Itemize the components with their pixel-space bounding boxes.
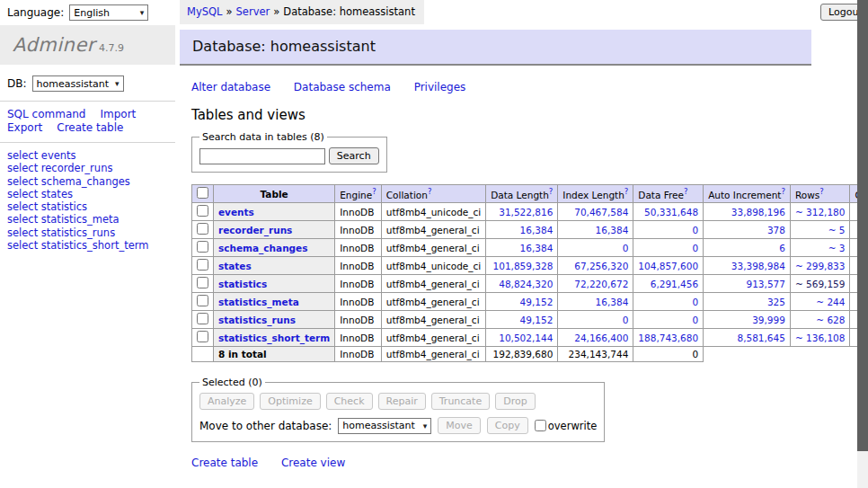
help-link[interactable]: ? xyxy=(781,187,785,196)
data-free-link[interactable]: 188,743,680 xyxy=(638,333,698,343)
index-length-link[interactable]: 16,384 xyxy=(596,297,629,307)
breadcrumb-server-link[interactable]: Server xyxy=(236,5,270,18)
data-length-link[interactable]: 49,152 xyxy=(520,297,554,307)
data-free-link[interactable]: 50,331,648 xyxy=(644,207,698,217)
table-name-link[interactable]: statistics xyxy=(218,279,267,289)
privileges-link[interactable]: Privileges xyxy=(414,81,466,93)
data-length-link[interactable]: 31,522,816 xyxy=(499,207,553,217)
index-length-link[interactable]: 16,384 xyxy=(596,225,629,235)
help-link[interactable]: ? xyxy=(684,187,688,196)
row-checkbox[interactable] xyxy=(197,223,208,235)
auto-increment-link[interactable]: 378 xyxy=(767,225,785,235)
auto-increment-link[interactable]: 913,577 xyxy=(747,279,785,289)
help-link[interactable]: ? xyxy=(549,187,554,196)
index-length-link[interactable]: 72,220,672 xyxy=(574,279,628,289)
rows-count-link[interactable]: ~ 3 xyxy=(828,243,846,253)
data-free-link[interactable]: 0 xyxy=(692,225,698,235)
table-name-link[interactable]: events xyxy=(218,207,254,217)
auto-increment-link[interactable]: 325 xyxy=(767,297,785,307)
row-checkbox[interactable] xyxy=(197,241,208,253)
row-checkbox[interactable] xyxy=(197,313,208,324)
help-link[interactable]: ? xyxy=(624,187,629,196)
sidebar-select-link[interactable]: select states xyxy=(7,188,73,200)
index-length-link[interactable]: 24,166,400 xyxy=(574,333,628,343)
data-free-link[interactable]: 6,291,456 xyxy=(651,279,698,289)
scrollbar-thumb[interactable] xyxy=(857,0,868,451)
search-input[interactable] xyxy=(199,148,325,164)
drop-button[interactable]: Drop xyxy=(495,393,535,410)
import-link[interactable]: Import xyxy=(100,108,136,120)
sidebar-select-link[interactable]: select statistics_short_term xyxy=(7,239,148,252)
sidebar-select-link[interactable]: select schema_changes xyxy=(7,175,130,188)
auto-increment-link[interactable]: 6 xyxy=(779,243,785,253)
rows-count-link[interactable]: ~ 628 xyxy=(816,315,845,325)
rows-count-link[interactable]: ~ 569,159 xyxy=(795,279,846,289)
data-free-link[interactable]: 104,857,600 xyxy=(638,261,698,271)
optimize-button[interactable]: Optimize xyxy=(260,393,320,410)
alter-database-link[interactable]: Alter database xyxy=(191,81,270,93)
data-free-link[interactable]: 0 xyxy=(692,243,698,253)
sidebar-select-link[interactable]: select statistics xyxy=(7,200,87,213)
auto-increment-link[interactable]: 39,999 xyxy=(752,315,785,325)
data-length-link[interactable]: 48,824,320 xyxy=(499,279,553,289)
auto-increment-link[interactable]: 33,898,196 xyxy=(731,207,785,217)
data-length-link[interactable]: 10,502,144 xyxy=(499,333,553,343)
table-name-link[interactable]: states xyxy=(218,261,252,271)
table-name-link[interactable]: statistics_short_term xyxy=(218,333,330,343)
index-length-link[interactable]: 67,256,320 xyxy=(574,261,628,271)
sidebar-select-link[interactable]: select statistics_runs xyxy=(7,226,115,239)
data-free-link[interactable]: 0 xyxy=(692,297,698,307)
row-checkbox[interactable] xyxy=(197,331,208,342)
rows-count-link[interactable]: ~ 136,108 xyxy=(795,333,846,343)
row-checkbox[interactable] xyxy=(197,277,208,288)
index-length-link[interactable]: 0 xyxy=(623,243,629,253)
create-table-link[interactable]: Create table xyxy=(57,121,123,134)
repair-button[interactable]: Repair xyxy=(378,393,426,410)
row-checkbox[interactable] xyxy=(197,205,208,217)
table-name-link[interactable]: schema_changes xyxy=(218,243,308,253)
table-name-link[interactable]: recorder_runs xyxy=(218,225,292,235)
auto-increment-link[interactable]: 8,581,645 xyxy=(737,333,784,343)
search-button[interactable]: Search xyxy=(329,147,379,164)
help-link[interactable]: ? xyxy=(372,187,376,196)
data-length-link[interactable]: 16,384 xyxy=(520,225,554,235)
row-checkbox[interactable] xyxy=(197,259,208,271)
help-link[interactable]: ? xyxy=(819,187,824,196)
row-checkbox[interactable] xyxy=(197,295,208,306)
vertical-scrollbar[interactable] xyxy=(857,0,868,488)
database-schema-link[interactable]: Database schema xyxy=(294,81,391,93)
language-select[interactable]: English ▾ xyxy=(69,4,148,21)
rows-count-link[interactable]: ~ 312,180 xyxy=(795,207,846,217)
create-view-link[interactable]: Create view xyxy=(281,457,345,469)
data-length-link[interactable]: 101,859,328 xyxy=(493,261,554,271)
sql-command-link[interactable]: SQL command xyxy=(7,108,85,120)
index-length-link[interactable]: 0 xyxy=(623,315,629,325)
analyze-button[interactable]: Analyze xyxy=(199,393,254,410)
export-link[interactable]: Export xyxy=(7,121,42,134)
sidebar-select-link[interactable]: select recorder_runs xyxy=(7,162,112,174)
index-length-link[interactable]: 70,467,584 xyxy=(574,207,628,217)
auto-increment-link[interactable]: 33,398,984 xyxy=(731,261,785,271)
breadcrumb-mysql-link[interactable]: MySQL xyxy=(187,5,223,18)
db-select[interactable]: homeassistant ▾ xyxy=(32,75,124,92)
check-button[interactable]: Check xyxy=(326,393,373,410)
rows-count-link[interactable]: ~ 299,833 xyxy=(795,261,846,271)
sidebar-select-link[interactable]: select events xyxy=(7,149,76,162)
table-name-link[interactable]: statistics_runs xyxy=(218,315,296,325)
overwrite-checkbox[interactable] xyxy=(535,420,546,431)
copy-button[interactable]: Copy xyxy=(487,417,528,434)
select-all-checkbox[interactable] xyxy=(197,187,208,199)
sidebar-select-link[interactable]: select statistics_meta xyxy=(7,213,120,226)
rows-count-link[interactable]: ~ 5 xyxy=(828,225,846,235)
column-header-engine: Engine? xyxy=(335,185,382,203)
help-link[interactable]: ? xyxy=(428,187,432,196)
data-free-link[interactable]: 0 xyxy=(692,315,698,325)
truncate-button[interactable]: Truncate xyxy=(431,393,490,410)
rows-count-link[interactable]: ~ 244 xyxy=(816,297,845,307)
create-table-link[interactable]: Create table xyxy=(191,457,258,469)
move-button[interactable]: Move xyxy=(438,417,481,434)
table-name-link[interactable]: statistics_meta xyxy=(218,297,299,307)
move-database-select[interactable]: homeassistant ▾ xyxy=(338,418,431,434)
data-length-link[interactable]: 49,152 xyxy=(520,315,554,325)
data-length-link[interactable]: 16,384 xyxy=(520,243,554,253)
